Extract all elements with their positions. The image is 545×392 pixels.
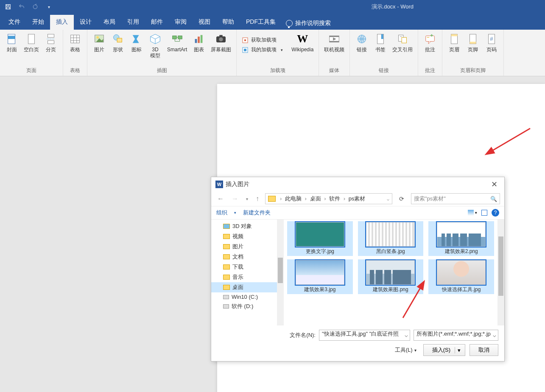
- view-mode-icon[interactable]: ▾: [468, 210, 477, 216]
- tell-me-search[interactable]: 操作说明搜索: [282, 17, 335, 30]
- 3d-models-button[interactable]: 3D 模型: [147, 31, 164, 59]
- comment-button[interactable]: 批注: [422, 31, 439, 53]
- title-bar: ▾ 演示.docx - Word: [0, 0, 545, 14]
- svg-rect-8: [48, 41, 54, 44]
- wikipedia-button[interactable]: W Wikipedia: [290, 31, 315, 53]
- tab-home[interactable]: 开始: [26, 15, 50, 30]
- smartart-button[interactable]: SmartArt: [165, 31, 189, 53]
- search-input[interactable]: 搜索"ps素材" 🔍: [411, 193, 500, 204]
- svg-point-30: [219, 37, 223, 41]
- file-item[interactable]: 建筑效果图.png: [358, 259, 424, 294]
- file-type-select[interactable]: 所有图片(*.emf;*.wmf;*.jpg;*.jp: [414, 330, 498, 341]
- insert-button[interactable]: 插入(S)▾: [423, 344, 465, 356]
- tree-scrollbar[interactable]: [277, 220, 284, 325]
- svg-rect-27: [198, 36, 200, 43]
- get-addins-button[interactable]: 获取加载项: [240, 36, 285, 44]
- help-icon[interactable]: ?: [492, 209, 499, 217]
- footer-button[interactable]: 页脚: [464, 31, 481, 53]
- file-thumbnail: [366, 260, 415, 285]
- undo-icon[interactable]: [17, 2, 26, 11]
- filename-label: 文件名(N):: [290, 331, 316, 339]
- forward-icon[interactable]: →: [230, 194, 240, 203]
- tree-downloads[interactable]: 下载: [211, 262, 277, 272]
- back-icon[interactable]: ←: [215, 194, 226, 203]
- word-icon: W: [215, 181, 223, 188]
- online-video-button[interactable]: 联机视频: [322, 31, 346, 53]
- file-item[interactable]: 建筑效果3.jpg: [287, 259, 353, 294]
- tab-file[interactable]: 文件: [3, 15, 26, 30]
- tree-drive-c[interactable]: Win10 (C:): [211, 292, 277, 301]
- group-label-headerfooter: 页眉和页脚: [446, 66, 500, 75]
- document-area: W 插入图片 ✕ ← → ▾ ↑ › 此电脑 › 桌面 › 软件 › ps素材: [0, 76, 545, 392]
- group-label-media: 媒体: [322, 66, 346, 75]
- svg-rect-7: [48, 34, 54, 38]
- shapes-button[interactable]: 形状: [109, 31, 126, 53]
- file-item[interactable]: 快速选择工具.jpg: [428, 259, 494, 294]
- cross-reference-button[interactable]: 交叉引用: [391, 31, 414, 53]
- file-item[interactable]: 黑白竖条.jpg: [358, 221, 424, 256]
- chart-button[interactable]: 图表: [190, 31, 207, 53]
- tab-mailings[interactable]: 邮件: [145, 15, 169, 30]
- svg-rect-1: [7, 5, 9, 6]
- tree-pictures[interactable]: 图片: [211, 242, 277, 252]
- new-folder-button[interactable]: 新建文件夹: [243, 209, 271, 217]
- my-addins-button[interactable]: 我的加载项▾: [240, 45, 285, 54]
- folder-icon: [268, 196, 276, 202]
- tab-view[interactable]: 视图: [193, 15, 216, 30]
- svg-rect-6: [28, 34, 35, 44]
- tree-documents[interactable]: 文档: [211, 252, 277, 262]
- preview-pane-icon[interactable]: [481, 210, 487, 216]
- file-item[interactable]: 更换文字.jpg: [287, 221, 353, 256]
- search-placeholder: 搜索"ps素材": [414, 195, 446, 203]
- header-button[interactable]: 页眉: [446, 31, 463, 53]
- refresh-icon[interactable]: ⟳: [397, 195, 407, 202]
- cover-page-button[interactable]: 封面: [3, 31, 20, 53]
- svg-rect-44: [402, 37, 407, 43]
- up-icon[interactable]: ↑: [254, 194, 261, 203]
- insert-dropdown-icon[interactable]: ▾: [455, 347, 463, 353]
- tools-dropdown[interactable]: 工具(L)▾: [395, 346, 416, 354]
- tree-music[interactable]: 音乐: [211, 272, 277, 282]
- pictures-button[interactable]: 图片: [91, 31, 108, 53]
- screenshot-button[interactable]: 屏幕截图: [209, 31, 233, 53]
- document-title: 演示.docx - Word: [372, 3, 414, 11]
- link-button[interactable]: 链接: [353, 31, 370, 53]
- close-icon[interactable]: ✕: [489, 180, 500, 189]
- tab-help[interactable]: 帮助: [216, 15, 240, 30]
- page-number-button[interactable]: # 页码: [483, 31, 500, 53]
- blank-page-button[interactable]: 空白页: [22, 31, 41, 53]
- svg-point-16: [96, 36, 99, 39]
- qat-customize-icon[interactable]: ▾: [44, 2, 53, 11]
- filename-input[interactable]: "快速选择工具.jpg" "白底证件照: [319, 330, 410, 341]
- tab-design[interactable]: 设计: [74, 15, 98, 30]
- file-thumbnail: [296, 260, 344, 285]
- recent-dropdown-icon[interactable]: ▾: [244, 196, 250, 202]
- svg-rect-28: [201, 35, 203, 43]
- file-item[interactable]: 建筑效果2.png: [428, 221, 494, 256]
- table-button[interactable]: 表格: [67, 31, 84, 53]
- svg-rect-35: [244, 49, 246, 51]
- tab-references[interactable]: 引用: [121, 15, 145, 30]
- tab-pdf[interactable]: PDF工具集: [240, 15, 282, 30]
- save-icon[interactable]: [3, 2, 13, 11]
- icons-button[interactable]: 图标: [128, 31, 145, 53]
- breadcrumb[interactable]: › 此电脑 › 桌面 › 软件 › ps素材 ⌵: [265, 193, 392, 204]
- tab-insert[interactable]: 插入: [50, 15, 74, 30]
- group-label-comments: 批注: [422, 66, 439, 75]
- redo-icon[interactable]: [31, 2, 40, 11]
- file-thumbnail: [437, 222, 486, 247]
- bookmark-button[interactable]: 书签: [372, 31, 389, 53]
- svg-rect-19: [117, 38, 122, 42]
- page-break-button[interactable]: 分页: [42, 31, 59, 53]
- tree-videos[interactable]: 视频: [211, 231, 277, 242]
- svg-rect-51: [451, 34, 458, 36]
- tree-3d-objects[interactable]: 3D 对象: [211, 221, 277, 231]
- svg-point-3: [33, 5, 37, 8]
- tab-layout[interactable]: 布局: [98, 15, 121, 30]
- cancel-button[interactable]: 取消: [470, 344, 498, 356]
- files-scrollbar[interactable]: [497, 220, 504, 325]
- organize-button[interactable]: 组织: [216, 209, 227, 217]
- tab-review[interactable]: 审阅: [169, 15, 193, 30]
- tree-drive-d[interactable]: 软件 (D:): [211, 301, 277, 311]
- tree-desktop[interactable]: 桌面: [211, 282, 277, 292]
